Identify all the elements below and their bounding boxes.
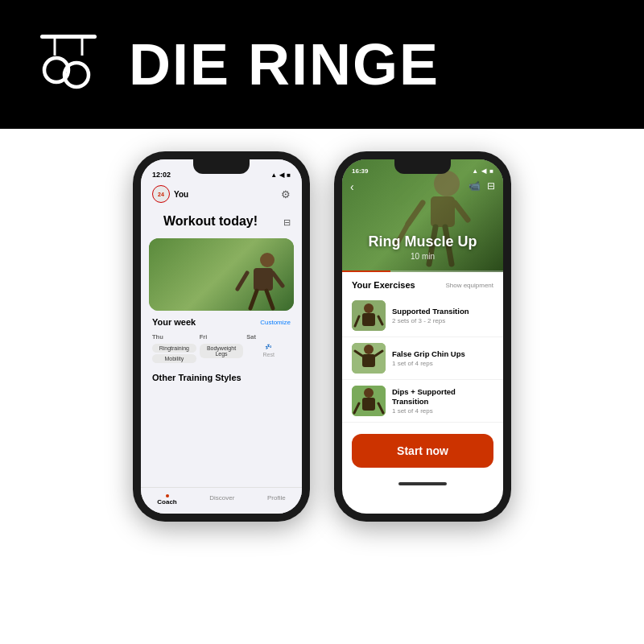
hero-title-area: Ring Muscle Up 10 min [342, 233, 503, 261]
your-week-header: Your week Customize [141, 311, 302, 330]
exercise-name-3: Dips + Supported Transition [392, 387, 493, 407]
exercise-sets-3: 1 set of 4 reps [392, 407, 493, 415]
left-phone-screen: 12:02 ▲ ◀ ■ 24 You ⚙ Workout today! ⊟ [141, 159, 302, 514]
back-button[interactable]: ‹ [350, 180, 354, 193]
svg-rect-20 [362, 313, 375, 326]
status-time-right: 16:39 [352, 167, 368, 175]
svg-line-7 [237, 273, 247, 289]
right-hero: 16:39 ▲ ◀ ■ ‹ 📹 ⊟ Ring Muscle Up [342, 159, 503, 272]
customize-link[interactable]: Customize [260, 319, 291, 326]
svg-rect-30 [362, 398, 375, 411]
week-pill-mobility: Mobility [152, 354, 196, 363]
exercise-sets-2: 1 set of 4 reps [392, 360, 493, 367]
exercise-item-1[interactable]: Supported Transition 2 sets of 3 - 2 rep… [342, 295, 503, 337]
tab-discover[interactable]: Discover [209, 494, 234, 506]
left-app-header: 24 You ⚙ [141, 182, 302, 209]
settings-icon[interactable]: ⊟ [487, 180, 495, 192]
exercise-name-2: False Grip Chin Ups [392, 349, 493, 359]
rest-text: Rest [246, 352, 291, 357]
svg-line-10 [266, 291, 273, 308]
status-time-left: 12:02 [152, 171, 171, 179]
exercise-name-1: Supported Transition [392, 307, 493, 316]
exercise-thumb-3 [352, 386, 386, 416]
phone-notch-left [193, 159, 250, 174]
user-row: 24 You [152, 185, 188, 203]
hero-workout-title: Ring Muscle Up [342, 233, 503, 250]
home-indicator [398, 482, 447, 485]
exercise-item-2[interactable]: False Grip Chin Ups 1 set of 4 reps [342, 337, 503, 380]
video-icon[interactable]: 📹 [469, 180, 481, 192]
exercise-info-2: False Grip Chin Ups 1 set of 4 reps [392, 349, 493, 367]
week-col-fri: Fri Bodyweight Legs [200, 333, 244, 363]
svg-line-14 [455, 203, 468, 220]
bottom-tabs: Coach Discover Profile [141, 487, 302, 514]
workout-image: GO! Ringtraining [149, 238, 294, 311]
svg-rect-0 [40, 35, 97, 39]
svg-line-9 [250, 291, 257, 308]
show-equipment-link[interactable]: Show equipment [445, 282, 493, 289]
exercises-header: Your Exercises Show equipment [342, 272, 503, 295]
svg-rect-25 [362, 354, 375, 367]
day-sat: Sat [246, 333, 291, 341]
start-now-button[interactable]: Start now [352, 434, 493, 468]
svg-point-19 [364, 303, 374, 313]
workout-title-row: Workout today! ⊟ [141, 209, 302, 238]
app-header: DIE RINGE [0, 0, 644, 129]
gear-icon[interactable]: ⚙ [281, 188, 291, 200]
phones-area: 12:02 ▲ ◀ ■ 24 You ⚙ Workout today! ⊟ [0, 129, 644, 644]
right-phone: 16:39 ▲ ◀ ■ ‹ 📹 ⊟ Ring Muscle Up [334, 151, 511, 522]
hero-duration: 10 min [342, 252, 503, 261]
progress-bar-fill [342, 270, 390, 272]
progress-bar-container [342, 270, 503, 272]
left-phone: 12:02 ▲ ◀ ■ 24 You ⚙ Workout today! ⊟ [133, 151, 310, 522]
week-col-sat: Sat 💤 Rest [246, 333, 291, 363]
svg-line-8 [273, 273, 283, 286]
week-col-thu: Thu Ringtraining Mobility [152, 333, 196, 363]
exercise-thumb-1 [352, 300, 386, 331]
svg-rect-6 [254, 268, 273, 291]
filter-icon[interactable]: ⊟ [283, 217, 291, 228]
app-title: DIE RINGE [129, 35, 440, 93]
hero-icons: 📹 ⊟ [469, 180, 495, 192]
exercise-thumb-2 [352, 343, 386, 374]
workout-title: Workout today! [152, 211, 269, 233]
svg-point-5 [260, 253, 275, 267]
user-name-label: You [174, 190, 188, 199]
svg-point-29 [364, 388, 374, 398]
day-fri: Fri [200, 333, 244, 341]
avatar-badge: 24 [152, 185, 170, 203]
logo-icon [16, 12, 121, 117]
your-week-title: Your week [152, 317, 196, 327]
right-phone-screen: 16:39 ▲ ◀ ■ ‹ 📹 ⊟ Ring Muscle Up [342, 159, 503, 514]
tab-profile[interactable]: Profile [267, 494, 286, 506]
svg-rect-12 [431, 196, 455, 227]
week-days: Thu Ringtraining Mobility Fri Bodyweight… [141, 330, 302, 366]
exercise-sets-1: 2 sets of 3 - 2 reps [392, 317, 493, 324]
tab-coach[interactable]: Coach [157, 494, 176, 506]
day-thu: Thu [152, 333, 196, 341]
exercises-title: Your Exercises [352, 280, 415, 290]
other-training-title: Other Training Styles [141, 366, 302, 386]
tab-active-indicator [166, 494, 169, 497]
exercise-info-3: Dips + Supported Transition 1 set of 4 r… [392, 387, 493, 415]
phone-notch-right [394, 159, 451, 174]
svg-point-24 [364, 345, 374, 354]
week-pill-ringtraining: Ringtraining [152, 344, 196, 353]
exercise-info-1: Supported Transition 2 sets of 3 - 2 rep… [392, 307, 493, 324]
rest-label: 💤 [246, 344, 291, 350]
exercise-item-3[interactable]: Dips + Supported Transition 1 set of 4 r… [342, 380, 503, 423]
svg-line-13 [408, 203, 423, 224]
status-icons-left: ▲ ◀ ■ [270, 171, 291, 179]
week-pill-bodyweight: Bodyweight Legs [200, 344, 244, 358]
